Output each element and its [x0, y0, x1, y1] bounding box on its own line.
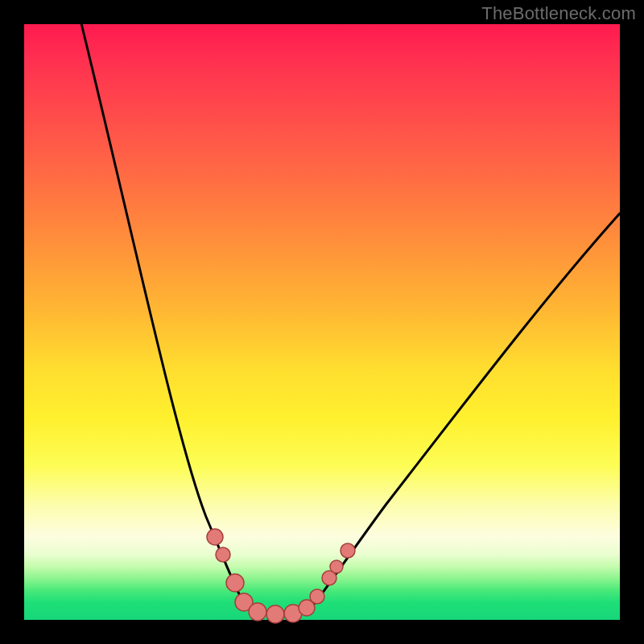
outer-frame: TheBottleneck.com	[0, 0, 644, 644]
beads-group	[207, 529, 355, 623]
bead	[341, 543, 355, 558]
bead	[226, 574, 244, 592]
curves	[80, 20, 620, 614]
bead	[207, 529, 223, 545]
bead	[249, 603, 266, 621]
watermark-text: TheBottleneck.com	[481, 3, 636, 24]
bead	[330, 560, 343, 573]
chart-overlay	[24, 24, 620, 620]
bead	[266, 605, 284, 623]
bead	[216, 547, 230, 562]
curve-left	[80, 20, 262, 614]
bead	[310, 589, 324, 604]
